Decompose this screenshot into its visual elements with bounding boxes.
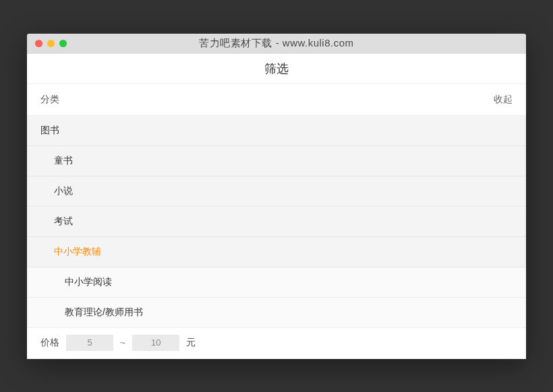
price-label: 价格: [40, 337, 59, 349]
category-lvl3-item[interactable]: 教育理论/教师用书: [27, 298, 526, 328]
category-label: 分类: [40, 94, 59, 106]
category-lvl2-item[interactable]: 童书: [27, 146, 526, 176]
category-lvl1[interactable]: 图书: [27, 116, 526, 146]
category-lvl2-item[interactable]: 小说: [27, 176, 526, 207]
close-icon[interactable]: [35, 40, 42, 47]
price-max-input[interactable]: [132, 335, 179, 351]
traffic-lights: [35, 40, 67, 47]
price-unit: 元: [186, 337, 196, 349]
app-window: 苦力吧素材下载 - www.kuli8.com 筛选 分类 收起 图书 童书 小…: [27, 34, 526, 359]
filter-header: 分类 收起: [27, 84, 526, 116]
category-lvl3-item[interactable]: 中小学阅读: [27, 267, 526, 298]
minimize-icon[interactable]: [47, 40, 55, 47]
maximize-icon[interactable]: [59, 40, 67, 47]
window-title: 苦力吧素材下载 - www.kuli8.com: [27, 37, 526, 50]
price-separator: ~: [120, 337, 125, 348]
titlebar: 苦力吧素材下载 - www.kuli8.com: [27, 34, 526, 54]
collapse-button[interactable]: 收起: [494, 94, 513, 106]
price-min-input[interactable]: [66, 335, 113, 351]
category-lvl2-item[interactable]: 考试: [27, 207, 526, 237]
page-title: 筛选: [27, 54, 526, 84]
category-lvl2-item-active[interactable]: 中小学教辅: [27, 237, 526, 267]
price-row: 价格 ~ 元: [27, 328, 526, 359]
